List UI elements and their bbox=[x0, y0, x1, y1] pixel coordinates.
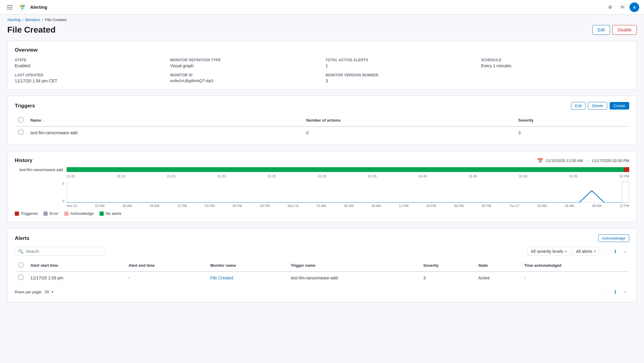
x-09pm1: 09 PM bbox=[260, 204, 270, 208]
alert-monitor-link[interactable]: File Created bbox=[210, 275, 233, 280]
disable-monitor-button[interactable]: Disable bbox=[612, 25, 637, 35]
satellite-button[interactable]: ⊕ bbox=[605, 2, 615, 12]
x-tue17: Tue 17 bbox=[509, 204, 519, 208]
history-body: History 📅 11/15/2020 12:00 AM → 11/17/20… bbox=[8, 151, 636, 222]
timeline-label: test-fim-ransomware-add bbox=[15, 167, 63, 172]
x-03pm1: 03 PM bbox=[205, 204, 214, 208]
overview-total-alerts: Total active alerts 1 bbox=[326, 58, 474, 68]
table-row: test-fim-ransomware-add 0 3 bbox=[15, 126, 629, 139]
breadcrumb-alerting[interactable]: Alerting bbox=[7, 18, 21, 22]
x-03am2: 03 AM bbox=[317, 204, 326, 208]
mail-button[interactable]: ✉ bbox=[617, 2, 627, 12]
prev-page-button[interactable]: ‹ bbox=[601, 247, 610, 256]
next-page-bottom-button[interactable]: › bbox=[621, 288, 629, 296]
overview-card: Overview State Enabled Monitor definitio… bbox=[7, 41, 637, 90]
mail-icon: ✉ bbox=[620, 4, 624, 10]
top-nav: Alerting ⊕ ✉ a bbox=[0, 0, 644, 14]
edit-monitor-button[interactable]: Edit bbox=[592, 25, 610, 35]
svg-point-2 bbox=[22, 5, 25, 7]
chart-zoom-box bbox=[622, 182, 629, 202]
filter-group: All severity levels ▾ All alerts ▾ ‹ 1 › bbox=[528, 247, 629, 256]
state-label: State bbox=[15, 58, 163, 62]
history-card: History 📅 11/15/2020 12:00 AM → 11/17/20… bbox=[7, 151, 637, 222]
alerts-select-all[interactable] bbox=[18, 263, 23, 267]
menu-button[interactable] bbox=[5, 2, 14, 12]
tick-8: 01:45 bbox=[469, 174, 477, 178]
chart-x-labels: Nov 15 03 AM 06 AM 09 AM 12 PM 03 PM 06 … bbox=[67, 204, 629, 208]
rows-per-page-value: 20 bbox=[45, 290, 49, 294]
breadcrumb-monitors[interactable]: Monitors bbox=[25, 18, 40, 22]
state-filter[interactable]: All alerts ▾ bbox=[573, 247, 599, 256]
legend-no-alerts-label: No alerts bbox=[106, 211, 121, 216]
trigger-checkbox[interactable] bbox=[18, 130, 23, 135]
schedule-value: Every 1 minutes bbox=[481, 63, 629, 68]
trigger-severity: 3 bbox=[515, 126, 629, 139]
x-09am3: 09 AM bbox=[592, 204, 601, 208]
history-title: History bbox=[15, 158, 33, 164]
chart-area bbox=[67, 182, 629, 203]
alert-severity: 3 bbox=[420, 272, 474, 284]
alert-trigger-name: test-fim-ransomware-add bbox=[287, 272, 420, 284]
alerts-thead: Alert start time ↓ Alert end time Monito… bbox=[15, 260, 629, 272]
chart-y-axis: 5 0 bbox=[15, 182, 67, 203]
timeline-row: test-fim-ransomware-add bbox=[15, 167, 629, 172]
alerts-tbody: 11/17/20 1:59 pm - File Created test-fim… bbox=[15, 272, 629, 284]
trigger-row-check bbox=[15, 126, 27, 139]
y-axis-labels: 5 0 bbox=[62, 182, 64, 203]
create-trigger-button[interactable]: Create bbox=[610, 102, 629, 110]
last-updated-value: 11/17/20 1:54 pm CET bbox=[15, 78, 163, 83]
page-content: File Created Edit Disable Overview State… bbox=[0, 25, 644, 316]
severity-filter[interactable]: All severity levels ▾ bbox=[528, 247, 570, 256]
triggers-col-actions: Number of actions bbox=[303, 114, 515, 126]
history-date-from: 11/15/2020 12:00 AM bbox=[546, 158, 583, 163]
tick-7: 01:40 bbox=[418, 174, 427, 178]
definition-type-value: Visual graph bbox=[170, 63, 318, 68]
svg-point-3 bbox=[21, 7, 24, 10]
tick-4: 01:25 bbox=[268, 174, 276, 178]
legend-no-alerts-color bbox=[100, 212, 104, 216]
search-input[interactable] bbox=[26, 249, 102, 254]
state-value: Enabled bbox=[15, 63, 163, 68]
alert-checkbox[interactable] bbox=[18, 275, 23, 280]
triggers-table: Name ↑ Number of actions Severity test-f… bbox=[15, 114, 629, 139]
overview-definition-type: Monitor definition type Visual graph bbox=[170, 58, 318, 68]
last-updated-label: Last updated bbox=[15, 73, 163, 77]
x-09pm2: 09 PM bbox=[482, 204, 491, 208]
state-filter-label: All alerts bbox=[576, 249, 592, 254]
legend-error: Error bbox=[43, 211, 58, 216]
satellite-icon: ⊕ bbox=[608, 4, 612, 10]
acknowledge-button[interactable]: Acknowledge bbox=[598, 234, 629, 242]
triggers-select-all[interactable] bbox=[18, 117, 23, 122]
pagination-top: ‹ 1 › bbox=[601, 247, 629, 256]
avatar[interactable]: a bbox=[630, 2, 639, 12]
table-row: 11/17/20 1:59 pm - File Created test-fim… bbox=[15, 272, 629, 284]
tick-2: 01:15 bbox=[167, 174, 176, 178]
alerts-toolbar: 🔍 All severity levels ▾ All alerts ▾ ‹ 1 bbox=[15, 247, 629, 256]
triggers-actions: Edit Delete Create bbox=[571, 102, 629, 110]
calendar-icon[interactable]: 📅 bbox=[537, 158, 543, 164]
chart-legend: Triggered Error Acknowledge No alerts bbox=[15, 211, 629, 216]
alerts-col-end-time: Alert end time bbox=[125, 260, 207, 272]
triggers-tbody: test-fim-ransomware-add 0 3 bbox=[15, 126, 629, 139]
y-label-0: 0 bbox=[62, 199, 64, 203]
rows-per-page-label: Rows per page: bbox=[15, 290, 42, 294]
edit-trigger-button[interactable]: Edit bbox=[571, 102, 585, 110]
prev-page-bottom-button[interactable]: ‹ bbox=[601, 288, 610, 296]
next-page-button[interactable]: › bbox=[621, 247, 629, 256]
x-06pm2: 06 PM bbox=[454, 204, 464, 208]
page-header: File Created Edit Disable bbox=[7, 25, 637, 35]
monitor-id-label: Monitor ID bbox=[170, 73, 318, 77]
alerts-table: Alert start time ↓ Alert end time Monito… bbox=[15, 260, 629, 284]
monitor-id-value: eu8e1nUBgi8mbQT-dip3 bbox=[170, 78, 318, 83]
delete-trigger-button[interactable]: Delete bbox=[588, 102, 607, 110]
trigger-name: test-fim-ransomware-add bbox=[27, 126, 303, 139]
search-icon: 🔍 bbox=[18, 249, 23, 254]
alerts-col-start-time: Alert start time ↓ bbox=[27, 260, 125, 272]
alerts-header: Alerts Acknowledge bbox=[15, 234, 629, 242]
chart-wrapper: 5 0 bbox=[15, 182, 629, 203]
alert-row-check bbox=[15, 272, 27, 284]
rows-per-page[interactable]: Rows per page: 20 ▾ bbox=[15, 290, 53, 294]
search-box[interactable]: 🔍 bbox=[15, 247, 105, 256]
definition-type-label: Monitor definition type bbox=[170, 58, 318, 62]
x-12pm3: 12 PM bbox=[620, 204, 629, 208]
